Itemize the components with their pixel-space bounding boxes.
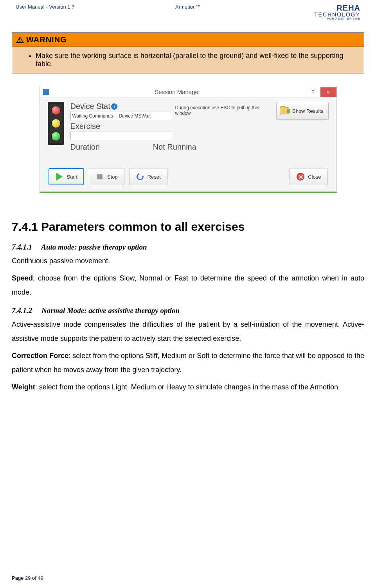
stop-label: Stop xyxy=(107,174,118,180)
start-label: Start xyxy=(67,174,77,180)
logo-line2: TECHNOLOGY xyxy=(314,12,360,17)
red-light-icon xyxy=(51,106,61,115)
section-7-4-1-1-heading: 7.4.1.1 Auto mode: passive therapy optio… xyxy=(12,243,364,251)
exercise-label: Exercise xyxy=(70,122,329,131)
header-left: User Manual - Version 1.7 xyxy=(16,4,131,10)
device-status-label: Device Stat i xyxy=(70,102,172,111)
app-icon xyxy=(43,89,49,95)
close-label: Close xyxy=(308,174,321,180)
header-right-logo: REHA TECHNOLOGY FOR A BETTER LIFE xyxy=(245,4,360,21)
traffic-light-icon xyxy=(48,102,64,145)
warning-body: Make sure the working surface is horizon… xyxy=(12,47,364,74)
duration-row: Duration Not Runnina xyxy=(70,143,329,152)
page-footer: Page 29 of 49 xyxy=(12,575,43,581)
logo-line1: REHA xyxy=(314,4,360,12)
s2-paragraph-3: Weight: select from the options Light, M… xyxy=(12,380,364,394)
running-status: Not Runnina xyxy=(153,143,196,151)
section-7-4-1-2-heading: 7.4.1.2 Normal Mode: active assistive th… xyxy=(12,306,364,315)
show-results-button[interactable]: Show Results xyxy=(276,102,329,120)
window-close-button[interactable]: × xyxy=(320,87,336,97)
window-title: Session Manager xyxy=(49,89,306,95)
play-icon xyxy=(55,172,64,181)
stop-icon xyxy=(95,172,104,181)
green-light-icon xyxy=(51,132,61,141)
warning-triangle-icon: ! xyxy=(16,36,24,43)
reset-button[interactable]: Reset xyxy=(129,168,167,185)
device-status-field[interactable] xyxy=(70,112,172,120)
warning-header: ! WARNING xyxy=(12,33,364,47)
warning-label: WARNING xyxy=(26,35,67,44)
folder-icon xyxy=(280,107,289,114)
titlebar: Session Manager ? × xyxy=(40,86,336,98)
start-button[interactable]: Start xyxy=(49,168,84,185)
header-center: Armotion™ xyxy=(131,4,246,10)
show-results-label: Show Results xyxy=(292,108,323,114)
logo-line3: FOR A BETTER LIFE xyxy=(314,17,360,20)
close-button[interactable]: Close xyxy=(290,168,327,185)
page-header: User Manual - Version 1.7 Armotion™ REHA… xyxy=(12,4,364,21)
duration-label: Duration xyxy=(70,143,100,151)
esc-hint: During execution use ESC to pull up this… xyxy=(175,105,271,116)
yellow-light-icon xyxy=(51,119,61,128)
warning-bullet: Make sure the working surface is horizon… xyxy=(36,52,356,68)
close-icon xyxy=(296,172,305,181)
warning-box: ! WARNING Make sure the working surface … xyxy=(12,33,364,74)
help-button[interactable]: ? xyxy=(306,87,320,97)
s2-paragraph-1: Active-assistive mode compensates the di… xyxy=(12,317,364,346)
reset-label: Reset xyxy=(148,174,161,180)
stop-button[interactable]: Stop xyxy=(89,168,124,185)
session-manager-window: Session Manager ? × Device Stat i xyxy=(40,86,337,193)
exercise-field[interactable] xyxy=(70,132,172,140)
s1-paragraph-1: Continuous passive movement. xyxy=(12,254,364,268)
section-7-4-1-heading: 7.4.1 Parameters common to all exercises xyxy=(12,220,364,233)
s2-paragraph-2: Correction Force: select from the option… xyxy=(12,349,364,377)
info-icon[interactable]: i xyxy=(111,103,117,110)
s1-paragraph-2: Speed: choose from the options Slow, Nor… xyxy=(12,271,364,299)
reset-icon xyxy=(136,172,144,181)
